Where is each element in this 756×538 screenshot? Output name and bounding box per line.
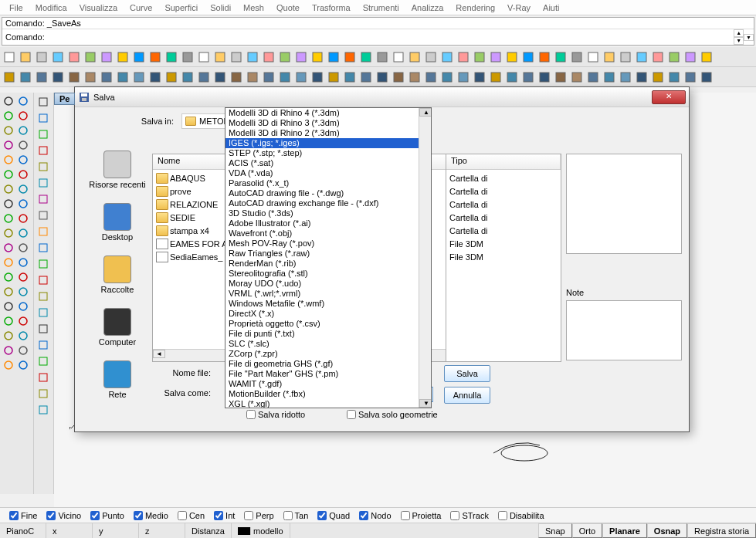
- osnap-checkbox[interactable]: [498, 511, 507, 520]
- note-textarea[interactable]: [566, 300, 682, 360]
- tool-icon[interactable]: [36, 94, 51, 110]
- tool-icon[interactable]: [36, 224, 51, 239]
- format-option[interactable]: WAMIT (*.gdf): [225, 379, 431, 389]
- tool-icon[interactable]: [36, 159, 51, 174]
- tool-icon[interactable]: [16, 211, 30, 225]
- toolbar-icon[interactable]: [423, 49, 439, 65]
- toolbar-icon[interactable]: [342, 49, 358, 65]
- toolbar-icon[interactable]: [634, 49, 649, 65]
- toolbar-icon[interactable]: [488, 49, 503, 65]
- osnap-checkbox[interactable]: [90, 511, 100, 520]
- tool-icon[interactable]: [16, 94, 30, 108]
- tool-icon[interactable]: [36, 256, 51, 272]
- toolbar-icon[interactable]: [407, 49, 422, 65]
- tool-icon[interactable]: [16, 299, 30, 313]
- toolbar-icon[interactable]: [439, 49, 455, 65]
- osnap-checkbox[interactable]: [359, 511, 368, 520]
- toolbar-icon[interactable]: [180, 69, 195, 85]
- toolbar-icon[interactable]: [537, 69, 552, 85]
- toolbar-icon[interactable]: [472, 49, 487, 65]
- tool-icon[interactable]: [2, 211, 15, 225]
- osnap-checkbox[interactable]: [46, 511, 56, 520]
- osnap-quad[interactable]: Quad: [317, 511, 350, 520]
- file-format-dropdown-list[interactable]: Modelli 3D di Rhino 4 (*.3dm)Modelli 3D …: [225, 107, 432, 408]
- toolbar-icon[interactable]: [439, 69, 455, 85]
- tool-icon[interactable]: [16, 314, 30, 328]
- toolbar-icon[interactable]: [358, 49, 374, 65]
- menu-curve[interactable]: Curve: [124, 2, 158, 14]
- toolbar-icon[interactable]: [553, 49, 568, 65]
- tool-icon[interactable]: [36, 110, 51, 126]
- save-geom-checkbox[interactable]: [347, 410, 356, 419]
- toolbar-icon[interactable]: [683, 69, 698, 85]
- save-button[interactable]: Salva: [444, 365, 490, 382]
- toolbar-icon[interactable]: [310, 69, 325, 85]
- toolbar-icon[interactable]: [131, 49, 147, 65]
- format-option[interactable]: AutoCAD drawing file - (*.dwg): [225, 188, 431, 198]
- menu-strumenti[interactable]: Strumenti: [357, 2, 405, 14]
- osnap-checkbox[interactable]: [283, 511, 293, 520]
- tool-icon[interactable]: [2, 343, 15, 357]
- place-rete[interactable]: Rete: [84, 360, 151, 399]
- format-option[interactable]: Raw Triangles (*.raw): [225, 249, 431, 259]
- toolbar-icon[interactable]: [310, 49, 325, 65]
- osnap-checkbox[interactable]: [317, 511, 327, 520]
- tool-icon[interactable]: [36, 143, 51, 158]
- toolbar-icon[interactable]: [618, 69, 633, 85]
- toolbar-icon[interactable]: [342, 69, 358, 85]
- format-option[interactable]: STEP (*.stp; *.step): [225, 148, 431, 158]
- tool-icon[interactable]: [2, 241, 15, 255]
- format-option[interactable]: ACIS (*.sat): [225, 158, 431, 168]
- toolbar-icon[interactable]: [2, 49, 17, 65]
- osnap-checkbox[interactable]: [401, 511, 410, 520]
- tool-icon[interactable]: [36, 305, 51, 320]
- tool-icon[interactable]: [2, 124, 15, 137]
- toolbar-icon[interactable]: [196, 69, 212, 85]
- tool-icon[interactable]: [2, 197, 15, 211]
- toolbar-icon[interactable]: [634, 69, 649, 85]
- format-option[interactable]: DirectX (*.x): [225, 309, 431, 319]
- toolbar-icon[interactable]: [196, 49, 212, 65]
- toolbar-icon[interactable]: [488, 69, 503, 85]
- toolbar-icon[interactable]: [212, 49, 228, 65]
- tool-icon[interactable]: [16, 358, 30, 372]
- tool-icon[interactable]: [2, 314, 15, 328]
- toolbar-icon[interactable]: [537, 49, 552, 65]
- tool-icon[interactable]: [2, 255, 15, 269]
- status-btn-orto[interactable]: Orto: [572, 523, 602, 538]
- toolbar-icon[interactable]: [66, 69, 82, 85]
- toolbar-icon[interactable]: [585, 49, 601, 65]
- format-option[interactable]: Modelli 3D di Rhino 4 (*.3dm): [225, 108, 431, 118]
- tool-icon[interactable]: [16, 153, 30, 167]
- format-option[interactable]: MotionBuilder (*.fbx): [225, 389, 431, 399]
- toolbar-icon[interactable]: [520, 69, 536, 85]
- tool-icon[interactable]: [36, 337, 51, 353]
- toolbar-icon[interactable]: [326, 69, 341, 85]
- toolbar-icon[interactable]: [83, 69, 98, 85]
- tool-icon[interactable]: [2, 226, 15, 240]
- format-option[interactable]: VRML (*.wrl;*.vrml): [225, 289, 431, 299]
- toolbar-icon[interactable]: [456, 49, 471, 65]
- tool-icon[interactable]: [16, 109, 30, 123]
- toolbar-icon[interactable]: [180, 49, 195, 65]
- toolbar-icon[interactable]: [683, 49, 698, 65]
- tool-icon[interactable]: [16, 270, 30, 284]
- tool-icon[interactable]: [36, 208, 51, 223]
- format-option[interactable]: File di geometria GHS (*.gf): [225, 359, 431, 369]
- toolbar-icon[interactable]: [326, 49, 341, 65]
- osnap-strack[interactable]: STrack: [450, 511, 488, 520]
- toolbar-icon[interactable]: [245, 49, 260, 65]
- toolbar-icon[interactable]: [423, 69, 439, 85]
- toolbar-icon[interactable]: [245, 69, 260, 85]
- command-input[interactable]: [48, 32, 734, 42]
- menu-file[interactable]: File: [3, 2, 29, 14]
- toolbar-icon[interactable]: [602, 69, 617, 85]
- place-computer[interactable]: Computer: [84, 308, 151, 347]
- osnap-cen[interactable]: Cen: [178, 511, 205, 520]
- menu-visualizza[interactable]: Visualizza: [73, 2, 124, 14]
- toolbar-icon[interactable]: [293, 69, 309, 85]
- toolbar-icon[interactable]: [131, 69, 147, 85]
- osnap-nodo[interactable]: Nodo: [359, 511, 391, 520]
- toolbar-icon[interactable]: [553, 69, 568, 85]
- toolbar-icon[interactable]: [164, 69, 179, 85]
